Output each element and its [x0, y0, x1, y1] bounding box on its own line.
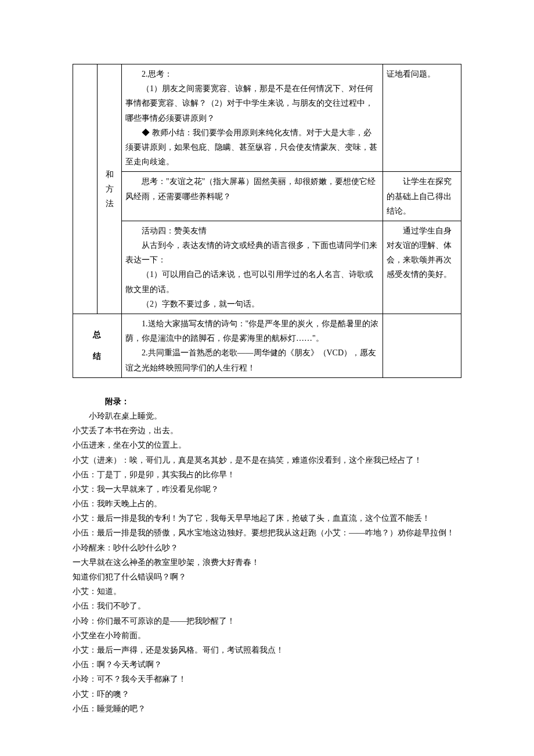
appendix-line: 小伍：啊？今天考试啊？: [73, 657, 461, 672]
row3-note: 通过学生自身对友谊的理解、体会，来歌颂并再次感受友情的美好。: [383, 221, 461, 314]
appendix-line: 小艾：最后一排是我的专利！为了它，我每天早早地起了床，抢破了头，血直流，这个位置…: [73, 511, 461, 525]
row3-line2: 从古到今，表达友情的诗文或经典的语言很多，下面也请同学们来表达一下：: [125, 238, 379, 267]
summary-label-1: 总: [77, 327, 118, 342]
col2-label-2: 方: [101, 182, 118, 196]
summary-line1: 1.送给大家描写友情的诗句："你是严冬里的炭火，你是酷暑里的浓荫，你是湍流中的踏…: [125, 316, 379, 345]
appendix-line: 小伍：我们不吵了。: [73, 599, 461, 613]
appendix-section: 附录： 小玲趴在桌上睡觉。小艾丢了本书在旁边，出去。小伍进来，坐在小艾的位置上。…: [73, 394, 461, 716]
row1-line1: 2.思考：: [125, 67, 379, 81]
lesson-table: 和 方 法 2.思考： （1）朋友之间需要宽容、谅解，那是不是在任何情况下、对任…: [73, 64, 461, 378]
appendix-line: 小艾（进来）：唉，哥们儿，真是莫名其妙，是不是在搞笑，难道你没看到，这个座我已经…: [73, 453, 461, 467]
summary-label-2: 结: [77, 349, 118, 363]
appendix-line: 小玲醒来：吵什么吵什么吵？: [73, 541, 461, 555]
appendix-line: 小艾：吓的噢？: [73, 687, 461, 701]
appendix-line: 小伍：丁是丁，卯是卯，其实我占的比你早！: [73, 467, 461, 482]
appendix-heading: 附录：: [73, 394, 461, 409]
row2-content: 思考："友谊之花"（指大屏幕）固然美丽，却很娇嫩，要想使它经风经雨，还需要哪些养…: [122, 172, 383, 221]
appendix-line: 小伍：最后一排是我的骄傲，风水宝地这边独好。要想把我从这赶跑（小艾：——咋地？）…: [73, 525, 461, 540]
col2-label-1: 和: [101, 167, 118, 182]
row1-note: 证地看问题。: [383, 64, 461, 172]
row3-line1: 活动四：赞美友情: [125, 224, 379, 238]
row1-content: 2.思考： （1）朋友之间需要宽容、谅解，那是不是在任何情况下、对任何事情都要宽…: [122, 64, 383, 172]
appendix-line: 小艾：知道。: [73, 584, 461, 599]
appendix-line: 小伍：我昨天晚上占的。: [73, 496, 461, 511]
appendix-line: 知道你们犯了什么错误吗？啊？: [73, 570, 461, 584]
appendix-line: 小玲趴在桌上睡觉。: [73, 409, 461, 423]
row3-line3: （1）可以用自己的话来说，也可以引用学过的名人名言、诗歌或散文里的话。: [125, 267, 379, 296]
summary-note: [383, 314, 461, 378]
summary-content: 1.送给大家描写友情的诗句："你是严冬里的炭火，你是酷暑里的浓荫，你是湍流中的踏…: [122, 314, 383, 378]
col-b-methods: 和 方 法: [98, 64, 122, 314]
appendix-line: 小玲：你们最不可原谅的是——把我吵醒了！: [73, 614, 461, 628]
row3-line4: （2）字数不要过多，就一句话。: [125, 297, 379, 311]
appendix-line: 小伍进来，坐在小艾的位置上。: [73, 438, 461, 452]
col-a-blank: [73, 64, 98, 314]
row3-note-text: 通过学生自身对友谊的理解、体会，来歌颂并再次感受友情的美好。: [387, 224, 457, 282]
appendix-lines: 小玲趴在桌上睡觉。小艾丢了本书在旁边，出去。小伍进来，坐在小艾的位置上。小艾（进…: [73, 409, 461, 716]
appendix-line: 小玲：可不？我今天手都麻了！: [73, 672, 461, 686]
row2-note-text: 让学生在探究的基础上自己得出结论。: [387, 174, 457, 218]
row2-text: 思考："友谊之花"（指大屏幕）固然美丽，却很娇嫩，要想使它经风经雨，还需要哪些养…: [125, 174, 379, 203]
row3-content: 活动四：赞美友情 从古到今，表达友情的诗文或经典的语言很多，下面也请同学们来表达…: [122, 221, 383, 314]
appendix-line: 小艾：我一大早就来了，咋没看见你呢？: [73, 482, 461, 496]
appendix-line: 小艾：最后一声得，还是发扬风格。哥们，考试照着我点！: [73, 643, 461, 657]
row1-line3: ◆ 教师小结：我们要学会用原则来纯化友情。对于大是大非，必须要讲原则，如果包庇、…: [125, 125, 379, 170]
row1-line2: （1）朋友之间需要宽容、谅解，那是不是在任何情况下、对任何事情都要宽容、谅解？（…: [125, 81, 379, 125]
appendix-line: 小伍：睡觉睡的吧？: [73, 701, 461, 716]
col2-label-3: 法: [101, 196, 118, 211]
appendix-line: 小艾坐在小玲前面。: [73, 628, 461, 643]
summary-label: 总 结: [73, 314, 122, 378]
appendix-line: 一大早就在这么神圣的教室里吵架，浪费大好青春！: [73, 555, 461, 570]
row2-note: 让学生在探究的基础上自己得出结论。: [383, 172, 461, 221]
appendix-line: 小艾丢了本书在旁边，出去。: [73, 423, 461, 438]
summary-line2: 2.共同重温一首熟悉的老歌——周华健的《朋友》（VCD），愿友谊之光始终映照同学…: [125, 345, 379, 375]
spacer: [77, 342, 118, 349]
